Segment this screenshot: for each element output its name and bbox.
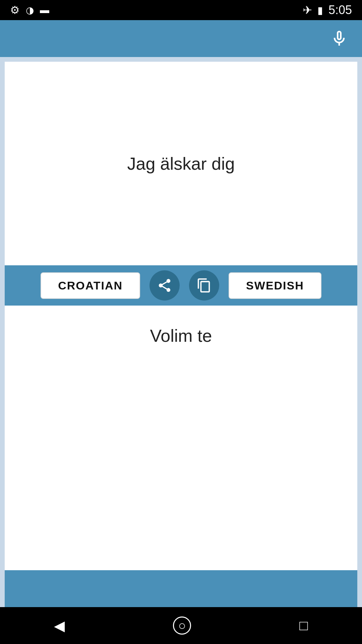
source-language-button[interactable]: CROATIAN xyxy=(41,272,140,299)
recent-button[interactable]: □ xyxy=(299,618,308,634)
share-icon xyxy=(157,278,172,293)
airplane-icon: ✈ xyxy=(303,3,312,17)
nav-bar: ◀ ○ □ xyxy=(0,607,362,644)
bottom-accent-bar xyxy=(5,570,357,607)
status-right-icons: ✈ ▮ 5:05 xyxy=(303,3,352,17)
translation-area[interactable]: Volim te xyxy=(5,306,357,570)
mic-button[interactable] xyxy=(330,29,349,48)
home-icon: ○ xyxy=(178,619,186,633)
battery-icon: ▮ xyxy=(317,4,323,16)
target-language-button[interactable]: SWEDISH xyxy=(229,272,321,299)
translation-text: Volim te xyxy=(150,326,212,346)
copy-button[interactable] xyxy=(189,270,219,301)
home-button[interactable]: ○ xyxy=(173,616,191,635)
main-content: Jag älskar dig CROATIAN SWEDISH Volim te xyxy=(0,57,362,607)
share-button[interactable] xyxy=(149,270,180,301)
status-left-icons: ⚙ ◑ ▬ xyxy=(10,4,49,16)
copy-icon xyxy=(196,278,212,293)
source-text: Jag älskar dig xyxy=(114,140,248,187)
back-button[interactable]: ◀ xyxy=(54,618,65,634)
circle-icon: ◑ xyxy=(26,5,34,16)
sdcard-icon: ▬ xyxy=(40,5,49,15)
mic-icon xyxy=(330,29,349,48)
source-text-area[interactable]: Jag älskar dig xyxy=(5,62,357,265)
settings-icon: ⚙ xyxy=(10,4,20,16)
controls-bar: CROATIAN SWEDISH xyxy=(5,265,357,306)
status-time: 5:05 xyxy=(328,3,352,17)
app-header xyxy=(0,20,362,57)
status-bar: ⚙ ◑ ▬ ✈ ▮ 5:05 xyxy=(0,0,362,20)
